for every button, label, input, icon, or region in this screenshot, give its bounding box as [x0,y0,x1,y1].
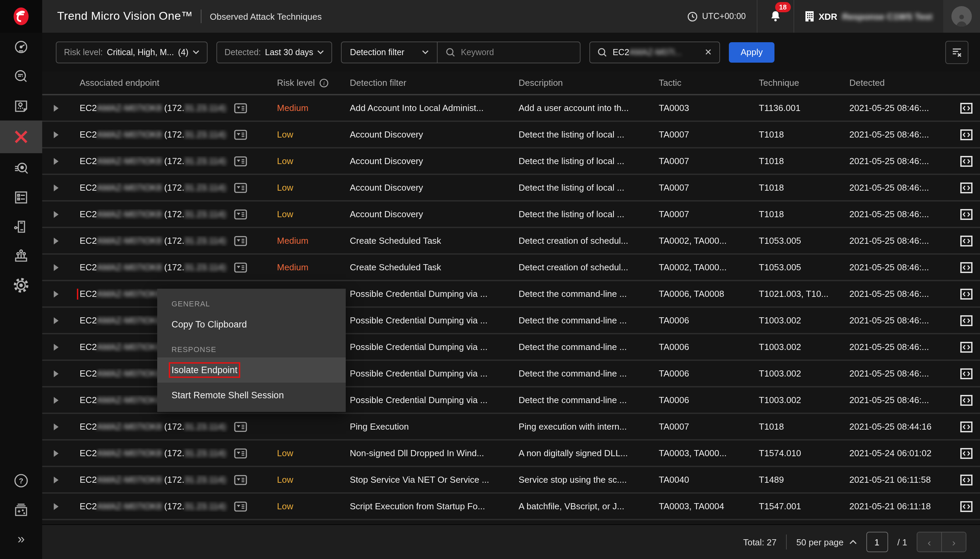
sidebar-item-threat-hunting[interactable] [0,153,42,182]
row-action-button[interactable] [952,341,980,352]
endpoint-cell[interactable]: EC2AMAZ-M07IOK8 (172.31.23.114) [69,262,271,273]
col-header-detected[interactable]: Detected [843,78,952,88]
sidebar-item-workbench[interactable] [0,91,42,121]
table-row[interactable]: EC2AMAZ-M07IOK8 (172.31.23.114)MediumCre… [42,255,980,281]
col-header-tactic[interactable]: Tactic [653,78,753,88]
keyword-search-input[interactable]: Keyword [437,42,580,62]
endpoint-cell[interactable]: EC2AMAZ-M07IOK8 (172.31.23.114) [69,235,271,246]
row-action-button[interactable] [952,103,980,113]
row-expander[interactable] [42,131,69,138]
chevron-right-icon [53,317,58,324]
info-icon[interactable]: i [319,78,328,88]
col-header-risk-level[interactable]: Risk level i [271,78,344,88]
row-action-button[interactable] [952,501,980,512]
user-avatar-button[interactable] [943,0,980,33]
apply-button[interactable]: Apply [729,42,774,62]
per-page-dropdown[interactable]: 50 per page [796,537,856,547]
table-row[interactable]: EC2AMAZ-M07IOK8 (172.31.23.114)Ping Exec… [42,414,980,440]
sidebar-item-expand[interactable]: » [0,524,42,554]
sidebar-item-xdr-active[interactable] [0,121,42,153]
row-action-button[interactable] [952,129,980,140]
endpoint-search-input[interactable]: EC2AMAZ-M07I... ✕ [589,41,720,63]
detection-filter-dropdown[interactable]: Detection filter [342,42,437,62]
table-row[interactable]: EC2AMAZ-M07IOK8 (172.31.23.114)LowNon-si… [42,440,980,467]
sidebar-item-search[interactable] [0,62,42,91]
endpoint-cell[interactable]: EC2AMAZ-M07IOK8 (172.31.23.114) [69,501,271,512]
col-header-associated-endpoint[interactable]: Associated endpoint [69,78,271,88]
risk-level-filter-dropdown[interactable]: Risk level: Critical, High, M... (4) [56,41,208,63]
row-action-button[interactable] [952,315,980,326]
endpoint-cell[interactable]: EC2AMAZ-M07IOK8 (172.31.23.114) [69,155,271,167]
row-action-button[interactable] [952,474,980,485]
row-expander[interactable] [42,344,69,350]
endpoint-cell[interactable]: EC2AMAZ-M07IOK8 (172.31.23.114) [69,129,271,140]
sidebar-item-reports[interactable] [0,182,42,212]
menu-item-isolate-endpoint[interactable]: Isolate Endpoint [157,357,346,383]
detected-cell: 2021-05-24 06:01:02 [843,448,952,458]
description-cell: A batchfile, VBscript, or J... [513,501,653,511]
clear-search-icon[interactable]: ✕ [705,47,712,57]
row-expander[interactable] [42,290,69,297]
notifications-button[interactable]: 18 [757,0,794,33]
row-action-button[interactable] [952,235,980,246]
row-expander[interactable] [42,397,69,404]
row-expander[interactable] [42,211,69,218]
table-row[interactable]: EC2AMAZ-M07IOK8 (172.31.23.114)LowAccoun… [42,149,980,175]
endpoint-cell[interactable]: EC2AMAZ-M07IOK8 (172.31.23.114) [69,103,271,113]
table-row[interactable]: EC2AMAZ-M07IOK8 (172.31.23.114)MediumCre… [42,228,980,255]
row-expander[interactable] [42,450,69,456]
prev-page-button[interactable]: ‹ [917,533,942,551]
endpoint-cell[interactable]: EC2AMAZ-M07IOK8 (172.31.23.114) [69,182,271,193]
clear-filters-button[interactable] [945,41,968,64]
col-header-technique[interactable]: Technique [753,78,843,88]
row-expander[interactable] [42,237,69,244]
table-row[interactable]: EC2AMAZ-M07IOK8 (172.31.23.114)LowAccoun… [42,122,980,149]
sidebar-item-settings[interactable] [0,270,42,299]
account-menu[interactable]: XDR Response C1WS Test [794,0,943,33]
table-row[interactable]: EC2AMAZ-M07IOK8 (172.31.23.114)MediumAdd… [42,95,980,122]
endpoint-cell[interactable]: EC2AMAZ-M07IOK8 (172.31.23.114) [69,448,271,458]
description-cell: Detect the command-line ... [513,289,653,299]
sidebar-item-response-management[interactable] [0,212,42,241]
table-row[interactable]: EC2AMAZ-M07IOK8 (172.31.23.114)LowAccoun… [42,175,980,202]
sidebar-item-whats-new[interactable] [0,495,42,524]
row-expander[interactable] [42,503,69,509]
endpoint-cell[interactable]: EC2AMAZ-M07IOK8 (172.31.23.114) [69,474,271,485]
row-expander[interactable] [42,104,69,111]
sidebar-item-dashboard[interactable] [0,33,42,62]
row-expander[interactable] [42,317,69,324]
description-cell: Detect the listing of local ... [513,156,653,166]
row-expander[interactable] [42,370,69,377]
table-row[interactable]: EC2AMAZ-M07IOK8 (172.31.23.114)LowScript… [42,494,980,520]
detected-filter-dropdown[interactable]: Detected: Last 30 days [216,41,332,63]
row-action-button[interactable] [952,395,980,405]
row-action-button[interactable] [952,155,980,167]
row-action-button[interactable] [952,288,980,299]
row-action-button[interactable] [952,262,980,273]
menu-item-start-remote-shell[interactable]: Start Remote Shell Session [157,383,346,408]
row-expander[interactable] [42,476,69,483]
row-action-button[interactable] [952,368,980,379]
endpoint-cell[interactable]: EC2AMAZ-M07IOK8 (172.31.23.114) [69,209,271,220]
trend-micro-logo[interactable] [0,0,42,33]
row-action-button[interactable] [952,182,980,193]
sidebar-item-help[interactable]: ? [0,466,42,495]
sidebar-item-network-inventory[interactable] [0,241,42,270]
row-action-button[interactable] [952,448,980,458]
col-header-detection-filter[interactable]: Detection filter [344,78,513,88]
row-expander[interactable] [42,423,69,430]
endpoint-cell[interactable]: EC2AMAZ-M07IOK8 (172.31.23.114) [69,421,271,432]
next-page-button[interactable]: › [942,533,966,551]
row-expander[interactable] [42,264,69,271]
row-action-button[interactable] [952,209,980,220]
table-row[interactable]: EC2AMAZ-M07IOK8 (172.31.23.114)LowAccoun… [42,202,980,228]
chevron-right-icon [53,131,58,138]
timezone-control[interactable]: UTC+00:00 [676,0,757,33]
col-header-description[interactable]: Description [513,78,653,88]
page-number-input[interactable]: 1 [866,532,888,552]
menu-item-copy-to-clipboard[interactable]: Copy To Clipboard [157,312,346,337]
row-expander[interactable] [42,158,69,164]
row-action-button[interactable] [952,421,980,432]
table-row[interactable]: EC2AMAZ-M07IOK8 (172.31.23.114)LowStop S… [42,467,980,494]
row-expander[interactable] [42,184,69,191]
